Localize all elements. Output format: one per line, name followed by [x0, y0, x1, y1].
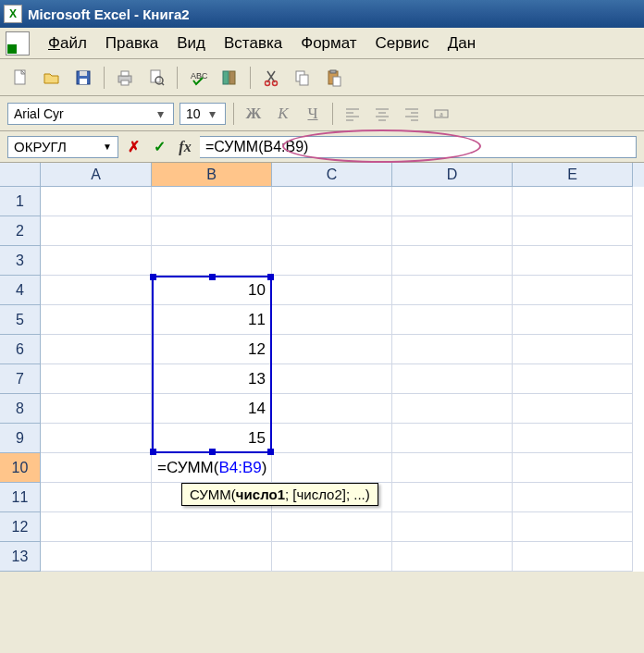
cell-b5[interactable]: 11: [152, 305, 272, 335]
name-box[interactable]: ОКРУГЛ ▼: [7, 136, 118, 158]
cell-b13[interactable]: [152, 542, 272, 572]
cell-a5[interactable]: [41, 305, 152, 335]
cell-d12[interactable]: [392, 512, 513, 542]
row-header-4[interactable]: 4: [0, 276, 41, 305]
column-header-b[interactable]: B: [152, 163, 272, 187]
menu-insert[interactable]: Вставка: [215, 31, 291, 56]
column-header-a[interactable]: A: [41, 163, 152, 187]
cell-c4[interactable]: [272, 276, 392, 305]
cell-d8[interactable]: [392, 394, 513, 424]
cell-a8[interactable]: [41, 394, 152, 424]
row-header-12[interactable]: 12: [0, 512, 41, 542]
row-header-1[interactable]: 1: [0, 187, 41, 216]
formula-input[interactable]: =СУММ(B4:B9): [200, 136, 637, 158]
cell-e10[interactable]: [513, 453, 633, 483]
cell-d5[interactable]: [392, 305, 513, 335]
cell-c3[interactable]: [272, 246, 392, 276]
row-header-11[interactable]: 11: [0, 483, 41, 512]
cell-d7[interactable]: [392, 364, 513, 394]
cell-c6[interactable]: [272, 335, 392, 364]
column-header-e[interactable]: E: [513, 163, 633, 187]
cell-e12[interactable]: [513, 512, 633, 542]
select-all-corner[interactable]: [0, 163, 41, 187]
bold-button[interactable]: Ж: [242, 102, 266, 126]
open-button[interactable]: [39, 65, 65, 91]
cell-b12[interactable]: [152, 512, 272, 542]
print-preview-button[interactable]: [143, 65, 169, 91]
column-header-d[interactable]: D: [392, 163, 513, 187]
cell-e13[interactable]: [513, 542, 633, 572]
cell-a13[interactable]: [41, 542, 152, 572]
cell-b3[interactable]: [152, 246, 272, 276]
cell-d2[interactable]: [392, 216, 513, 246]
cell-a9[interactable]: [41, 424, 152, 453]
menu-edit[interactable]: Правка: [96, 31, 167, 56]
cell-e2[interactable]: [513, 216, 633, 246]
cell-e9[interactable]: [513, 424, 633, 453]
merge-center-button[interactable]: a: [429, 102, 453, 126]
align-center-button[interactable]: [370, 102, 394, 126]
row-header-7[interactable]: 7: [0, 364, 41, 394]
formula-cancel-button[interactable]: ✗: [122, 136, 144, 158]
font-name-select[interactable]: Arial Cyr ▾: [7, 103, 174, 125]
cell-c8[interactable]: [272, 394, 392, 424]
cell-b9[interactable]: 15: [152, 424, 272, 453]
paste-button[interactable]: [321, 65, 347, 91]
menu-format[interactable]: Формат: [291, 31, 365, 56]
menu-tools[interactable]: Сервис: [366, 31, 439, 56]
cell-d3[interactable]: [392, 246, 513, 276]
cell-c13[interactable]: [272, 542, 392, 572]
save-button[interactable]: [70, 65, 96, 91]
cell-b4[interactable]: 10: [152, 276, 272, 305]
cell-e4[interactable]: [513, 276, 633, 305]
cell-b8[interactable]: 14: [152, 394, 272, 424]
cell-a3[interactable]: [41, 246, 152, 276]
cell-c10[interactable]: [272, 453, 392, 483]
cell-c9[interactable]: [272, 424, 392, 453]
font-size-select[interactable]: 10 ▾: [180, 103, 226, 125]
cell-d10[interactable]: [392, 453, 513, 483]
underline-button[interactable]: Ч: [301, 102, 325, 126]
cell-a4[interactable]: [41, 276, 152, 305]
align-left-button[interactable]: [341, 102, 365, 126]
align-right-button[interactable]: [400, 102, 424, 126]
cell-e8[interactable]: [513, 394, 633, 424]
menu-file[interactable]: Файл: [39, 31, 96, 56]
formula-confirm-button[interactable]: ✓: [148, 136, 170, 158]
cell-c1[interactable]: [272, 187, 392, 216]
cell-e1[interactable]: [513, 187, 633, 216]
cell-d4[interactable]: [392, 276, 513, 305]
print-button[interactable]: [112, 65, 138, 91]
row-header-6[interactable]: 6: [0, 335, 41, 364]
cell-c7[interactable]: [272, 364, 392, 394]
row-header-13[interactable]: 13: [0, 542, 41, 572]
cell-a1[interactable]: [41, 187, 152, 216]
cell-b6[interactable]: 12: [152, 335, 272, 364]
research-button[interactable]: [217, 65, 242, 91]
new-button[interactable]: [7, 65, 33, 91]
row-header-2[interactable]: 2: [0, 216, 41, 246]
cell-e5[interactable]: [513, 305, 633, 335]
menu-view[interactable]: Вид: [167, 31, 215, 56]
row-header-5[interactable]: 5: [0, 305, 41, 335]
cell-a7[interactable]: [41, 364, 152, 394]
row-header-8[interactable]: 8: [0, 394, 41, 424]
italic-button[interactable]: К: [271, 102, 295, 126]
menu-data[interactable]: Дан: [439, 31, 485, 56]
cell-a2[interactable]: [41, 216, 152, 246]
cell-e11[interactable]: [513, 483, 633, 512]
cell-d9[interactable]: [392, 424, 513, 453]
cell-c2[interactable]: [272, 216, 392, 246]
cell-a10[interactable]: [41, 453, 152, 483]
row-header-3[interactable]: 3: [0, 246, 41, 276]
cell-d13[interactable]: [392, 542, 513, 572]
insert-function-button[interactable]: fx: [174, 136, 196, 158]
cell-a6[interactable]: [41, 335, 152, 364]
cut-button[interactable]: [258, 65, 284, 91]
cell-d11[interactable]: [392, 483, 513, 512]
cell-d1[interactable]: [392, 187, 513, 216]
cell-d6[interactable]: [392, 335, 513, 364]
column-header-c[interactable]: C: [272, 163, 392, 187]
spellcheck-button[interactable]: ABC: [185, 65, 211, 91]
cell-a12[interactable]: [41, 512, 152, 542]
